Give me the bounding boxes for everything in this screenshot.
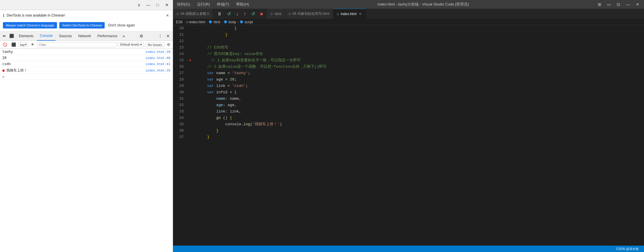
statusbar: CSDN @淡水鱼 [173,246,644,252]
menu-terminal[interactable]: 终端(T) [216,1,231,8]
tab-04-functions[interactable]: ◇ 04 函数默认参数.h [173,9,213,19]
code-line-24: // 因为对象是key: value存在 [189,51,644,57]
file-icon: ◇ [176,12,179,16]
list-item: > [0,74,173,80]
notification-close-button[interactable]: ✕ [165,12,170,18]
code-line-29: var link = 'csdn'; [189,83,644,89]
tab-network[interactable]: Network [75,31,94,41]
close-button[interactable]: ✕ [163,1,170,8]
tab-console[interactable]: Console [37,31,56,41]
code-line-25: ● // 1.如果key和变量的名字一致，可以指定一次即可 [189,57,644,64]
debug-step-into-icon[interactable]: ↑ [242,11,248,17]
console-settings-button[interactable]: ⚙ [166,42,172,47]
tab-performance[interactable]: Performance [94,31,120,41]
breadcrumb-index-html[interactable]: ◇ index.html [186,20,205,24]
devtools-tabs: ⬅ ⬛ Elements Console Sources Network Per… [0,31,173,41]
window-minimize-button[interactable]: — [624,1,632,7]
nav-back-icon[interactable]: ⬅ [1,33,7,39]
debug-pause-icon[interactable]: ⏸ [215,11,224,17]
code-line-30: var info2 = { [189,89,644,96]
file-icon: ◇ [270,12,273,16]
menu-goto[interactable]: 转到(G) [176,1,191,8]
tab-sources[interactable]: Sources [56,31,75,41]
breadcrumb-body[interactable]: 🔷 body [224,20,236,24]
layout-toggle-1[interactable]: ⊞ [596,1,603,7]
filter-input[interactable] [37,42,117,47]
code-line-26: // 2.如果value是一个函数，可以把:function去掉，只剩下()即可 [189,64,644,70]
tab-label: index.html [341,12,357,16]
eye-button[interactable]: 👁 [29,42,36,47]
window-close-button[interactable]: ✕ [634,1,641,7]
tab-label: html [274,12,281,16]
debug-continue-icon[interactable]: ↺ [249,10,257,17]
code-content[interactable]: } } // ES6简写 // 因为对象是key: value存在 ● // 1… [186,25,644,246]
tab-06-object[interactable]: ◇ 06 对象初始化简写.html [285,9,333,19]
code-line-21: } [189,32,644,38]
file-icon: ◇ [337,12,339,16]
code-line-36: } [189,128,644,134]
minimize-button[interactable]: — [145,1,152,8]
breadcrumb-html[interactable]: 🔷 html [208,20,220,24]
console-link[interactable]: index.html:35 [145,69,170,72]
switch-devtools-button[interactable]: Switch DevTools to Chinese [59,22,105,28]
match-language-button[interactable]: Always match Chrome's language [3,22,57,28]
list-item: 20 index.html:40 [0,55,173,61]
code-line-27: var name = 'taohy'; [189,70,644,76]
layout-toggle-2[interactable]: ▭ [605,1,613,7]
breadcrumb-separator: › [206,20,207,24]
clear-console-button[interactable]: 🚫 [1,42,9,47]
notification-text: DevTools is now available in Chinese! [7,13,163,17]
maximize-button[interactable]: □ [154,1,161,8]
expand-button[interactable]: ∨ [135,1,142,8]
menu-help[interactable]: 帮助(H) [235,1,250,8]
breadcrumb: ES6 › ◇ index.html › 🔷 html › 🔷 body › 🔷… [173,19,644,25]
default-levels-button[interactable]: Default levels ▾ [118,42,144,47]
tab-label: 04 函数默认参数.h [181,11,209,16]
breadcrumb-text: script [245,20,253,24]
breadcrumb-es6[interactable]: ES6 [176,20,183,24]
menu-run[interactable]: 运行(R) [196,1,211,8]
list-item: taohy index.html:39 [0,49,173,55]
create-live-expression-button[interactable]: ⬛ [10,42,17,47]
console-link[interactable]: index.html:40 [145,56,170,60]
dismiss-button[interactable]: Don't show again [107,22,136,29]
code-line-20: } [189,25,644,32]
code-line-33: link: link, [189,108,644,115]
statusbar-author: CSDN @淡水鱼 [614,247,641,251]
devtools-settings-button[interactable]: ⚙ [138,33,145,40]
devtools-close-button[interactable]: ✕ [165,33,172,40]
tab-html[interactable]: ◇ html [267,9,285,19]
debug-stop-icon[interactable]: ■ [258,11,265,17]
debug-restart-icon[interactable]: ↺ [225,10,233,17]
breadcrumb-script[interactable]: 🔷 script [240,20,253,24]
layout-toggle-3[interactable]: ⊡ [615,1,622,7]
devtools-more-button[interactable]: ⋮ [156,33,164,40]
list-item: csdn index.html:41 [0,61,173,67]
code-line-31: name: name, [189,96,644,102]
code-editor[interactable]: 20 21 22 23 24 25 26 27 28 29 30 31 32 3… [173,25,644,246]
code-line-35: console.log('我骑车上班！') [189,121,644,128]
console-value: 20 [2,56,145,60]
vscode-panel: 转到(G) 运行(R) 终端(T) 帮助(H) index.html - tao… [173,0,644,252]
nav-forward-icon[interactable]: ⬛ [8,33,15,39]
top-context-dropdown[interactable]: top ▾ [19,42,28,47]
breadcrumb-separator: › [221,20,222,24]
devtools-titlebar: ∨ — □ ✕ [0,0,173,10]
no-issues-button[interactable]: No Issues [145,42,165,47]
breadcrumb-text: html [213,20,220,24]
more-tabs-button[interactable]: » [121,33,127,40]
body-icon: 🔷 [224,20,228,24]
debug-step-over-icon[interactable]: ↓ [234,11,240,17]
tab-elements[interactable]: Elements [16,31,36,41]
notification-bar: ℹ DevTools is now available in Chinese! … [0,10,173,31]
breakpoint-indicator [2,69,5,72]
notification-actions: Always match Chrome's language Switch De… [3,21,170,29]
breadcrumb-separator: › [237,20,238,24]
tab-close-button[interactable]: ✕ [358,12,362,16]
console-link[interactable]: index.html:41 [145,62,170,66]
console-link[interactable]: index.html:39 [145,50,170,54]
tab-index-html[interactable]: ◇ index.html ✕ [333,9,366,19]
code-line-37: } [189,134,644,140]
window-title: index.html - taohy大前端 - Visual Studio Co… [255,2,591,7]
vscode-titlebar: 转到(G) 运行(R) 终端(T) 帮助(H) index.html - tao… [173,0,644,9]
